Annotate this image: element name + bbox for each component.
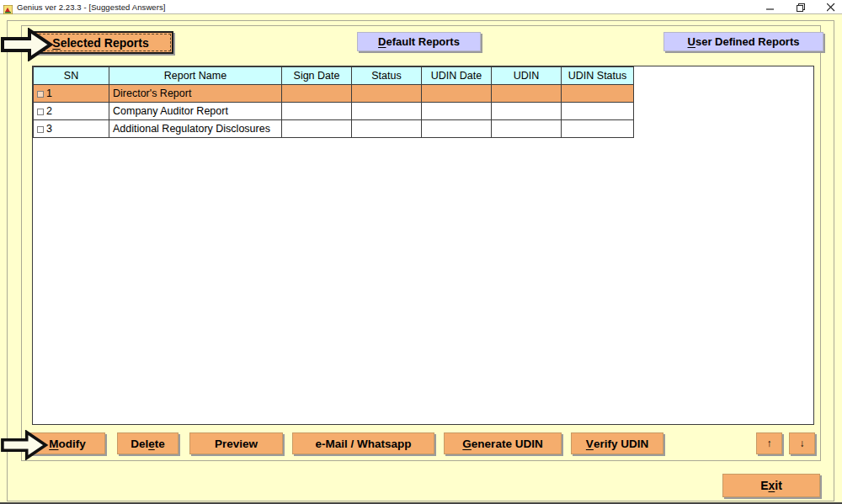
row-checkbox[interactable] [37,109,44,115]
row-checkbox[interactable] [37,126,44,133]
report-table: SNReport NameSign DateStatusUDIN DateUDI… [33,66,634,138]
move-down-button[interactable]: ↓ [789,432,815,454]
report-table-body: 1Director's Report2Company Auditor Repor… [34,85,634,138]
table-cell [352,85,422,103]
restore-icon[interactable] [795,2,807,13]
app-window: Genius ver 2.23.3 - [Suggested Answers] … [0,0,842,504]
modify-button[interactable]: Modify [29,432,105,454]
table-row[interactable]: 1Director's Report [34,85,634,103]
delete-button[interactable]: Delete [117,432,179,454]
default-reports-button[interactable]: Default Reports [357,32,481,51]
table-cell [562,85,634,103]
table-cell [422,120,492,138]
close-icon[interactable] [825,2,837,13]
table-cell [492,85,562,103]
arrow-down-icon: ↓ [800,438,805,449]
report-name-cell: Company Auditor Report [109,103,282,120]
table-cell [282,85,352,103]
column-header: Report Name [109,67,282,85]
table-cell [562,120,634,138]
row-checkbox[interactable] [37,91,44,98]
preview-button[interactable]: Preview [189,432,283,454]
table-row[interactable]: 2Company Auditor Report [34,103,634,120]
table-cell [352,120,422,138]
column-header: UDIN Status [562,67,634,85]
exit-button[interactable]: Exit [722,474,820,497]
table-cell [562,103,634,120]
table-cell [422,103,492,120]
table-cell [492,120,562,138]
verify-udin-button[interactable]: Verify UDIN [571,432,663,454]
table-cell [282,120,352,138]
window-controls [765,0,837,14]
email-whatsapp-button[interactable]: e-Mail / Whatsapp [292,432,434,454]
table-cell [282,103,352,120]
window-title: Genius ver 2.23.3 - [Suggested Answers] [17,3,166,12]
user-defined-reports-button[interactable]: User Defined Reports [663,32,823,51]
column-header: Status [352,67,422,85]
column-header: UDIN Date [422,67,492,85]
report-name-cell: Director's Report [109,85,282,103]
title-bar: Genius ver 2.23.3 - [Suggested Answers] [0,0,842,14]
selected-reports-button[interactable]: Selected Reports [28,31,173,54]
table-cell [492,103,562,120]
minimize-icon[interactable] [765,2,776,13]
report-name-cell: Additional Regulatory Disclosures [109,120,282,138]
table-cell [352,103,422,120]
column-header: SN [34,67,109,85]
report-list-panel: SNReport NameSign DateStatusUDIN DateUDI… [32,66,814,425]
column-header: UDIN [492,67,562,85]
report-table-header: SNReport NameSign DateStatusUDIN DateUDI… [34,67,634,85]
generate-udin-button[interactable]: Generate UDIN [444,432,562,454]
app-icon [3,3,13,12]
column-header: Sign Date [282,67,352,85]
arrow-up-icon: ↑ [767,438,772,449]
table-row[interactable]: 3Additional Regulatory Disclosures [34,120,634,138]
table-cell [422,85,492,103]
move-up-button[interactable]: ↑ [756,432,782,454]
